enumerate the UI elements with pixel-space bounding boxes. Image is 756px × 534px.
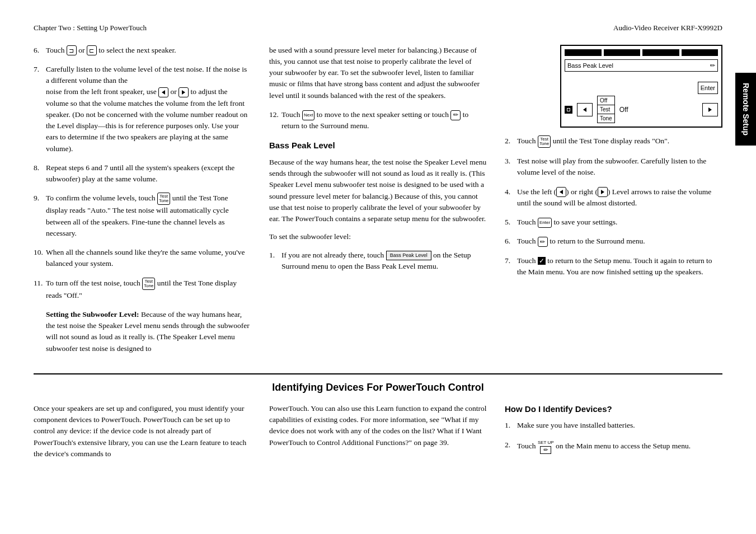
to-set-label: To set the subwoofer level: — [269, 231, 487, 242]
right-arrow-icon — [598, 187, 608, 197]
return-icon: ✎ — [450, 110, 461, 120]
sidebar-tab: Remote Setup — [735, 73, 756, 146]
lcd-diagram: Bass Peak Level✎ Enter OffTestTone Off — [560, 45, 722, 128]
subwoofer-level-note: Setting the Subwoofer Level: Because of … — [46, 309, 251, 354]
left-arrow-icon — [158, 87, 168, 97]
right-arrow-icon — [179, 87, 189, 97]
next-icon: Next — [302, 110, 314, 120]
step-8: 8.Repeat steps 6 and 7 until all the sys… — [34, 162, 251, 185]
bottom-col-1: Once your speakers are set up and config… — [34, 403, 251, 462]
column-2: be used with a sound pressure level mete… — [269, 45, 487, 362]
return-icon: ✎ — [538, 237, 548, 247]
setup-icon: SET UP✎ — [538, 439, 554, 454]
bass-step-7: 7.Touch to return to the Setup menu. Tou… — [505, 255, 722, 278]
step-11: 11.To turn off the test noise, touch Tes… — [34, 278, 251, 301]
bottom-col-2: PowerTouch. You can also use this Learn … — [269, 403, 487, 462]
step-6: 6.Touch ⊐ or ⊏ to select the next speake… — [34, 45, 251, 56]
bass-step-3: 3.Test noise will play from the subwoofe… — [505, 156, 722, 179]
check-icon — [538, 257, 546, 265]
test-tone-icon: TestTone — [142, 278, 155, 290]
next-speaker-left-icon: ⊏ — [87, 45, 97, 55]
continuation-text: be used with a sound pressure level mete… — [269, 45, 487, 101]
bass-peak-paragraph: Because of the way humans hear, the test… — [269, 157, 487, 225]
step-12: 12.Touch Next to move to the next speake… — [269, 109, 487, 132]
left-arrow-icon — [556, 187, 566, 197]
identify-step-1: 1.Make sure you have installed batteries… — [505, 420, 722, 431]
bass-peak-level-button-icon: Bass Peak Level — [386, 251, 431, 261]
test-tone-icon: TestTone — [538, 135, 551, 148]
chapter-label: Chapter Two : Setting Up PowerTouch — [34, 22, 147, 34]
bottom-col-3: How Do I Identify Devices? 1.Make sure y… — [505, 403, 722, 462]
how-identify-heading: How Do I Identify Devices? — [505, 403, 722, 416]
product-label: Audio-Video Receiver KRF-X9992D — [613, 22, 722, 34]
step-9: 9.To confirm the volume levels, touch Te… — [34, 193, 251, 239]
column-1: 6.Touch ⊐ or ⊏ to select the next speake… — [34, 45, 251, 362]
step-10: 10.When all the channels sound like they… — [34, 247, 251, 270]
next-speaker-right-icon: ⊐ — [67, 45, 77, 55]
bass-peak-level-heading: Bass Peak Level — [269, 139, 487, 152]
step-7: 7.Carefully listen to the volume level o… — [34, 64, 251, 154]
enter-icon: Enter — [538, 218, 552, 228]
bass-step-2: 2.Touch TestTone until the Test Tone dis… — [505, 135, 722, 148]
bass-step-5: 5.Touch Enter to save your settings. — [505, 217, 722, 228]
bass-step-6: 6.Touch ✎ to return to the Surround menu… — [505, 236, 722, 247]
identifying-devices-heading: Identifying Devices For PowerTouch Contr… — [34, 380, 722, 395]
bass-step-1: 1.If you are not already there, touch Ba… — [269, 250, 487, 273]
bass-step-4: 4.Use the left () or right () Level arro… — [505, 186, 722, 209]
identify-step-2: 2.Touch SET UP✎ on the Main menu to acce… — [505, 439, 722, 454]
test-tone-icon: TestTone — [157, 193, 170, 205]
column-3: Bass Peak Level✎ Enter OffTestTone Off 2… — [505, 45, 722, 362]
